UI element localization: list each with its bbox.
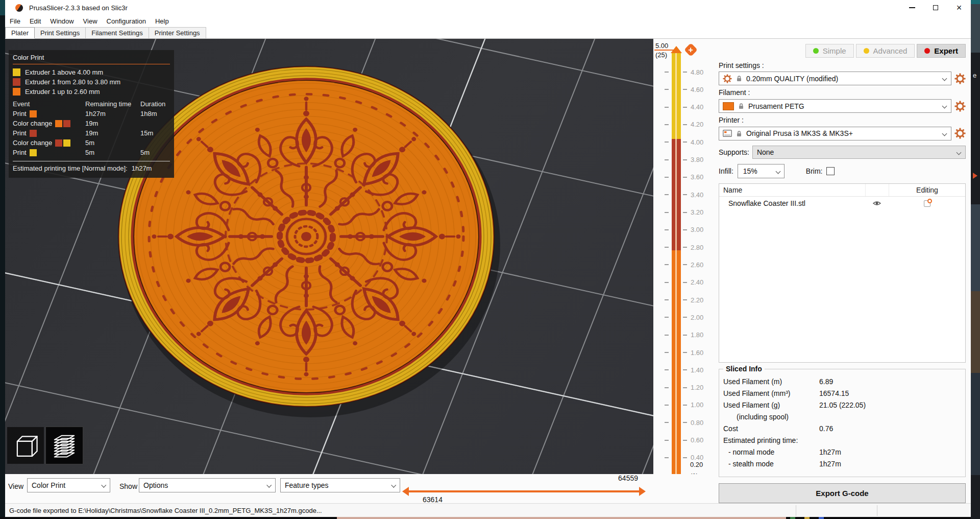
minimize-button[interactable] bbox=[900, 0, 924, 15]
brim-checkbox[interactable] bbox=[826, 167, 835, 175]
printer-dropdown[interactable]: Original Prusa i3 MK3S & MK3S+ bbox=[719, 127, 951, 140]
sliced-info-row: Estimated printing time: bbox=[723, 434, 961, 446]
slider-right-arrow-handle[interactable] bbox=[639, 487, 646, 496]
print-settings-label: Print settings : bbox=[719, 61, 966, 71]
close-button[interactable]: × bbox=[947, 0, 971, 15]
minimize-icon bbox=[909, 7, 915, 8]
mode-expert-button[interactable]: Expert bbox=[917, 44, 966, 58]
move-slider-max-value: 64559 bbox=[587, 474, 638, 482]
event-header: Event bbox=[13, 100, 85, 108]
lock-icon bbox=[736, 130, 743, 137]
mode-label: Expert bbox=[934, 46, 958, 55]
duration-header: Duration bbox=[140, 100, 170, 108]
menu-help[interactable]: Help bbox=[151, 16, 174, 27]
event-duration: 15m bbox=[140, 129, 170, 137]
menu-configuration[interactable]: Configuration bbox=[102, 16, 151, 27]
extruder-color-swatch bbox=[13, 88, 20, 96]
infill-dropdown[interactable]: 15% bbox=[738, 164, 785, 178]
filament-label: Filament : bbox=[719, 88, 966, 98]
printer-label: Printer : bbox=[719, 116, 966, 126]
infill-value: 15% bbox=[743, 167, 757, 175]
event-remaining: 5m bbox=[85, 149, 140, 156]
menu-file[interactable]: File bbox=[5, 16, 25, 27]
event-label: Print bbox=[13, 110, 27, 117]
chevron-down-icon bbox=[942, 131, 947, 136]
object-list: Name Editing Snowflake Coaster III.stl bbox=[719, 183, 966, 363]
extruder-color-swatch bbox=[13, 78, 20, 86]
menu-window[interactable]: Window bbox=[45, 16, 78, 27]
filament-color-swatch bbox=[723, 102, 734, 110]
layer-slider: 5.00 (25) + 4.80 4.60 4.40 4.20 4.00 3.8… bbox=[653, 39, 714, 493]
print-settings-row: 0.20mm QUALITY (modified) bbox=[719, 72, 966, 85]
layer-slider-upper-handle[interactable] bbox=[671, 46, 682, 53]
sliced-info-row: Used Filament (g) 21.05 (222.05) bbox=[723, 399, 961, 411]
show-dropdown[interactable]: Options bbox=[139, 478, 276, 492]
taskbar-window-strip bbox=[337, 517, 786, 519]
edit-print-settings-button[interactable] bbox=[954, 73, 966, 84]
event-color-swatch bbox=[30, 149, 37, 156]
event-label: Color change bbox=[13, 139, 52, 147]
gcode-preview-viewport[interactable]: .f{fill:#9e301b;stroke:none} bbox=[5, 39, 653, 474]
event-row: Print 1h27m 1h8m bbox=[13, 109, 170, 119]
infill-label: Infill: bbox=[719, 167, 733, 175]
view-type-dropdown[interactable]: Color Print bbox=[27, 478, 110, 492]
layers-stack-icon bbox=[50, 431, 79, 460]
play-triangle-icon bbox=[973, 173, 977, 179]
view-mode-buttons bbox=[7, 427, 83, 464]
filament-value: Prusament PETG bbox=[748, 102, 804, 110]
horizontal-move-slider[interactable] bbox=[408, 490, 640, 492]
mode-label: Simple bbox=[823, 46, 846, 55]
layer-slider-top-count: (25) bbox=[655, 51, 667, 59]
legend-divider bbox=[13, 161, 170, 161]
event-color-swatch bbox=[63, 120, 70, 127]
layer-slider-top-value: 5.00 bbox=[655, 42, 668, 50]
extruder-label: Extruder 1 up to 2.60 mm bbox=[25, 88, 100, 96]
legend-extruder-item: Extruder 1 above 4.00 mm bbox=[13, 67, 170, 77]
object-editing-button[interactable] bbox=[889, 200, 965, 207]
event-color-swatch bbox=[55, 120, 62, 127]
toggle-visibility-button[interactable] bbox=[865, 200, 889, 207]
menu-edit[interactable]: Edit bbox=[25, 16, 45, 27]
supports-row: Supports: None bbox=[719, 146, 966, 159]
legend-extruder-item: Extruder 1 up to 2.60 mm bbox=[13, 87, 170, 96]
eye-icon bbox=[872, 200, 881, 207]
feature-types-dropdown[interactable]: Feature types bbox=[280, 478, 400, 492]
legend-extruder-item: Extruder 1 from 2.80 to 3.80 mm bbox=[13, 77, 170, 86]
sliced-info-row: Cost 0.76 bbox=[723, 422, 961, 434]
mode-simple-button[interactable]: Simple bbox=[805, 44, 854, 58]
chevron-down-icon bbox=[266, 483, 272, 488]
slider-left-arrow-handle[interactable] bbox=[402, 487, 409, 496]
print-settings-dropdown[interactable]: 0.20mm QUALITY (modified) bbox=[719, 72, 951, 85]
event-label: Color change bbox=[13, 120, 52, 127]
export-gcode-button[interactable]: Export G-code bbox=[719, 483, 966, 503]
plus-icon: + bbox=[689, 46, 693, 54]
menu-view[interactable]: View bbox=[79, 16, 102, 27]
object-row[interactable]: Snowflake Coaster III.stl bbox=[719, 197, 965, 210]
edit-object-icon bbox=[924, 200, 930, 207]
add-color-change-button[interactable]: + bbox=[684, 43, 698, 57]
tab-printer-settings[interactable]: Printer Settings bbox=[149, 27, 206, 38]
prusaslicer-logo-icon bbox=[15, 4, 23, 12]
tab-print-settings[interactable]: Print Settings bbox=[34, 27, 86, 38]
supports-dropdown[interactable]: None bbox=[752, 146, 966, 159]
chevron-down-icon bbox=[942, 104, 947, 109]
event-remaining: 19m bbox=[85, 129, 140, 137]
mode-advanced-button[interactable]: Advanced bbox=[856, 44, 915, 58]
move-slider-min-value: 63614 bbox=[423, 496, 443, 504]
sliced-info-row: Used Filament (m) 6.89 bbox=[723, 375, 961, 387]
filament-dropdown[interactable]: Prusament PETG bbox=[719, 99, 951, 113]
tab-filament-settings[interactable]: Filament Settings bbox=[85, 27, 149, 38]
edit-filament-button[interactable] bbox=[954, 101, 966, 112]
event-row: Color change 5m bbox=[13, 138, 170, 148]
remaining-header: Remaining time bbox=[85, 100, 140, 108]
editor-view-button[interactable] bbox=[7, 427, 44, 464]
maximize-button[interactable] bbox=[924, 0, 947, 15]
edit-printer-button[interactable] bbox=[954, 128, 966, 139]
preview-layers-button[interactable] bbox=[46, 427, 83, 464]
filament-row: Prusament PETG bbox=[719, 99, 966, 113]
infill-brim-row: Infill: 15% Brim: bbox=[719, 164, 966, 178]
tab-plater[interactable]: Plater bbox=[5, 27, 35, 38]
lock-icon bbox=[736, 75, 743, 82]
event-color-swatch bbox=[30, 130, 37, 137]
background-content bbox=[971, 291, 980, 373]
